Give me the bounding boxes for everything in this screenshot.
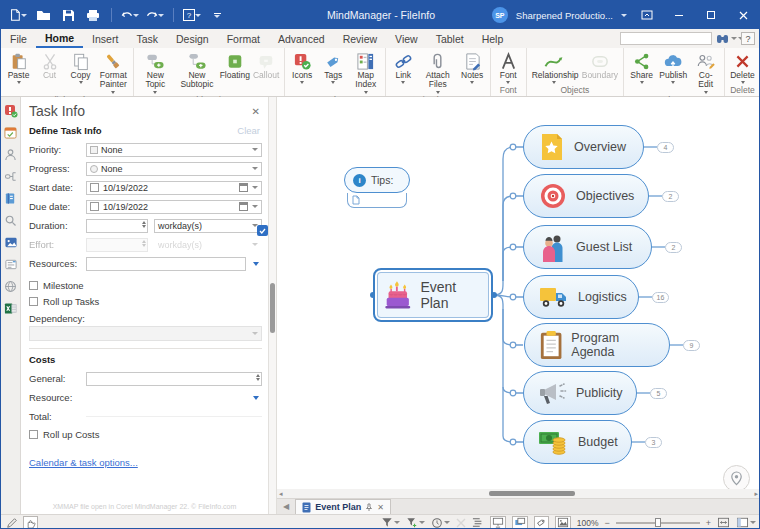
panel-scrollbar[interactable] [269, 97, 277, 514]
account-name[interactable]: Sharpened Productio... [516, 10, 613, 21]
outline-panel-icon[interactable] [3, 257, 18, 272]
scroll-right-arrow[interactable]: ▸ [754, 489, 758, 498]
topic-publicity[interactable]: Publicity [523, 371, 637, 415]
panel-layout-button[interactable] [736, 516, 756, 529]
print-button[interactable] [84, 6, 102, 24]
canvas-h-scrollbar[interactable]: ◂ ▸ [277, 489, 760, 498]
start-date-checkbox[interactable] [90, 183, 99, 192]
notes-button[interactable]: Notes [457, 50, 488, 84]
resources-panel-icon[interactable] [3, 147, 18, 162]
resources-dropdown-button[interactable] [249, 257, 262, 270]
resource-cost-dropdown-button[interactable] [249, 391, 262, 404]
document-tab-event-plan[interactable]: Event Plan ✕ [295, 499, 391, 514]
duration-lock-checkbox[interactable] [257, 225, 268, 236]
canvas-h-scrollbar-thumb[interactable] [489, 491, 575, 496]
icons-button[interactable]: Icons [287, 50, 318, 84]
redo-button[interactable] [146, 6, 164, 24]
milestone-checkbox[interactable] [29, 281, 38, 290]
power-filter-button[interactable] [406, 516, 425, 529]
zoom-out-button[interactable]: − [604, 518, 609, 528]
minimize-button[interactable] [667, 5, 691, 25]
progress-dropdown[interactable]: None [86, 162, 262, 176]
spinner-arrows[interactable] [256, 374, 260, 381]
topic-overview[interactable]: Overview [523, 125, 644, 169]
new-document-button[interactable] [9, 6, 27, 24]
floating-topic-button[interactable]: Floating [219, 50, 251, 80]
topic-guest-list[interactable]: Guest List [523, 225, 652, 269]
save-button[interactable] [59, 6, 77, 24]
context-help-button[interactable]: ? [741, 32, 755, 45]
search-box[interactable] [620, 32, 712, 45]
pin-icon[interactable] [365, 503, 373, 512]
map-parts-panel-icon[interactable] [3, 169, 18, 184]
zoom-slider-thumb[interactable] [655, 518, 661, 527]
account-caret-icon[interactable] [621, 14, 627, 17]
new-topic-button[interactable]: New Topic [136, 50, 175, 94]
duration-input[interactable] [86, 219, 148, 233]
attach-files-button[interactable]: Attach Files [419, 50, 457, 94]
clear-link[interactable]: Clear [237, 125, 260, 136]
tag-view-button[interactable] [534, 516, 549, 529]
maximize-button[interactable] [699, 5, 723, 25]
undo-button[interactable] [121, 6, 139, 24]
tab-file[interactable]: File [1, 29, 36, 48]
planner-panel-icon[interactable] [3, 125, 18, 140]
publish-button[interactable]: Publish [657, 50, 689, 84]
new-subtopic-button[interactable]: New Subtopic [175, 50, 219, 90]
calendar-task-options-link[interactable]: Calendar & task options... [29, 457, 138, 468]
font-button[interactable]: Font [493, 50, 524, 84]
tab-task[interactable]: Task [127, 29, 167, 48]
open-button[interactable] [34, 6, 52, 24]
pan-mode-button[interactable] [23, 516, 38, 529]
delete-button[interactable]: Delete [727, 50, 758, 84]
priority-dropdown[interactable]: None [86, 143, 262, 157]
panel-close-icon[interactable]: ✕ [252, 106, 260, 117]
fit-map-button[interactable] [717, 516, 730, 529]
resources-input[interactable] [86, 257, 246, 271]
topic-objectives[interactable]: Objectives [523, 174, 649, 218]
rollup-costs-checkbox[interactable] [29, 430, 38, 439]
paste-button[interactable]: Paste [3, 50, 34, 84]
collapse-badge-objectives[interactable]: 2 [662, 191, 679, 202]
image-export-button[interactable] [555, 516, 571, 529]
start-date-field[interactable]: 10/19/2022 [86, 181, 262, 195]
copy-button[interactable]: Copy [65, 50, 96, 84]
tags-button[interactable]: Tags [318, 50, 349, 84]
excel-panel-icon[interactable] [3, 301, 18, 316]
collapse-badge-overview[interactable]: 4 [657, 142, 674, 153]
presentation-view-button[interactable] [490, 516, 506, 529]
review-timer-button[interactable] [431, 516, 450, 529]
web-panel-icon[interactable] [3, 279, 18, 294]
general-cost-input[interactable] [86, 372, 262, 386]
relationship-button[interactable]: Relationship [529, 50, 579, 84]
index-panel-icon[interactable] [3, 191, 18, 206]
tab-design[interactable]: Design [167, 29, 218, 48]
task-info-panel-icon[interactable] [3, 103, 18, 118]
due-date-checkbox[interactable] [90, 202, 99, 211]
share-button[interactable]: Share [626, 50, 657, 84]
topic-logistics[interactable]: Logistics [523, 275, 639, 319]
format-painter-button[interactable]: Format Painter [96, 50, 131, 94]
panel-scrollbar-thumb[interactable] [270, 283, 275, 333]
rollup-tasks-checkbox[interactable] [29, 297, 38, 306]
tips-notes-attachment[interactable] [347, 193, 407, 208]
slides-view-button[interactable] [512, 516, 528, 529]
collapse-badge-publicity[interactable]: 5 [650, 388, 667, 399]
zoom-slider[interactable] [616, 517, 700, 528]
collapse-badge-logistics[interactable]: 16 [652, 292, 669, 303]
zoom-in-button[interactable]: + [706, 518, 711, 528]
map-pin-button[interactable] [723, 465, 750, 492]
scroll-left-arrow[interactable]: ◂ [279, 489, 283, 498]
tab-format[interactable]: Format [218, 29, 269, 48]
duration-unit-dropdown[interactable]: workday(s) [154, 219, 262, 233]
find-button[interactable] [716, 33, 737, 44]
topic-program-agenda[interactable]: Program Agenda [524, 323, 670, 367]
collapse-badge-guest-list[interactable]: 2 [665, 242, 682, 253]
customize-toolbar-button[interactable] [208, 6, 226, 24]
help-button[interactable]: ? [183, 6, 201, 24]
search-panel-icon[interactable] [3, 213, 18, 228]
floating-topic-tips[interactable]: i Tips: [344, 167, 410, 208]
tab-review[interactable]: Review [334, 29, 386, 48]
close-button[interactable] [731, 5, 755, 25]
tab-home[interactable]: Home [36, 29, 83, 48]
